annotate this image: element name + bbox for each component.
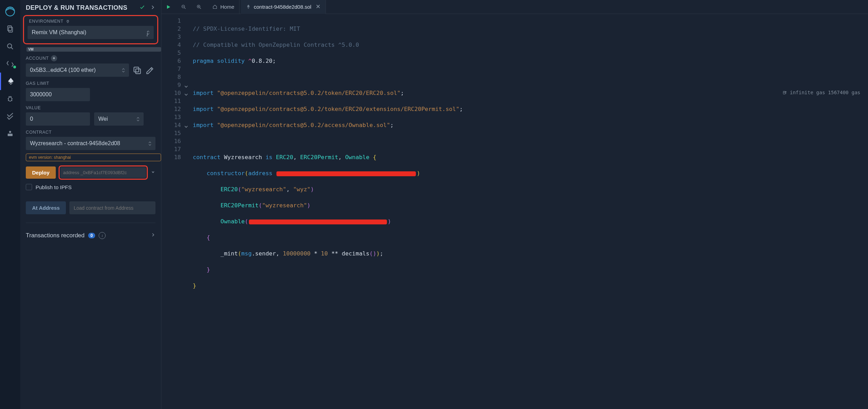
deploy-icon[interactable]: [0, 73, 20, 90]
expand-args-icon[interactable]: [151, 170, 155, 176]
editor-area: Home contract-9458de2d08.sol 1234 5678 9…: [161, 0, 868, 409]
editor-toolbar: Home contract-9458de2d08.sol: [161, 0, 868, 14]
gas-limit-label: GAS LIMIT: [26, 81, 155, 86]
account-label: ACCOUNT +: [26, 55, 155, 61]
svg-rect-7: [67, 21, 69, 22]
solidity-file-icon: [246, 4, 251, 9]
zoom-out-icon[interactable]: [177, 0, 191, 14]
svg-rect-2: [9, 27, 13, 32]
svg-rect-9: [136, 69, 140, 74]
value-amount-input[interactable]: 0: [26, 112, 90, 126]
unit-test-icon[interactable]: [0, 107, 20, 125]
left-icon-sidebar: [0, 0, 20, 409]
account-select[interactable]: 0x5B3...eddC4 (100 ether): [26, 64, 129, 77]
publish-ipfs-checkbox[interactable]: [26, 184, 32, 190]
gas-limit-input[interactable]: 3000000: [26, 88, 90, 101]
remix-logo-icon[interactable]: [0, 3, 20, 20]
environment-select[interactable]: Remix VM (Shanghai): [28, 26, 154, 39]
environment-label: ENVIRONMENT: [29, 19, 154, 24]
zoom-in-icon[interactable]: [192, 0, 206, 14]
divider: [26, 223, 155, 223]
svg-rect-6: [8, 134, 13, 136]
code-content: // SPDX-License-Identifier: MIT // Compa…: [190, 14, 868, 409]
gas-pump-icon: [782, 90, 787, 95]
constructor-args-input[interactable]: [60, 167, 146, 178]
copy-address-icon[interactable]: [132, 65, 142, 75]
code-editor[interactable]: 1234 5678 9 10 111213 14 15161718 // SPD…: [161, 14, 868, 409]
edit-account-icon[interactable]: [145, 65, 155, 75]
compiler-icon[interactable]: [0, 55, 20, 73]
plugin-icon[interactable]: [0, 125, 20, 142]
deploy-button[interactable]: Deploy: [26, 166, 56, 179]
panel-header: DEPLOY & RUN TRANSACTIONS: [20, 0, 161, 14]
publish-ipfs-label: Publish to IPFS: [36, 184, 71, 190]
panel-check-icon[interactable]: [139, 5, 145, 12]
svg-point-13: [785, 91, 786, 92]
constructor-args-highlight: [59, 165, 148, 180]
tx-count-badge: 0: [88, 233, 96, 238]
environment-section: ENVIRONMENT Remix VM (Shanghai): [23, 15, 158, 44]
close-tab-icon[interactable]: [315, 4, 321, 10]
home-tab[interactable]: Home: [207, 0, 239, 14]
svg-point-5: [9, 131, 11, 133]
panel-chevron-icon[interactable]: [150, 5, 155, 12]
contract-label: CONTRACT: [26, 130, 155, 135]
value-label: VALUE: [26, 105, 155, 110]
plug-icon: [66, 19, 70, 24]
redacted-text: [249, 220, 387, 224]
home-icon: [212, 4, 218, 9]
gas-estimate-note: infinite gas 1567400 gas: [782, 90, 860, 95]
file-explorer-icon[interactable]: [0, 20, 20, 38]
run-icon[interactable]: [161, 0, 175, 14]
tx-info-icon[interactable]: i: [99, 232, 106, 239]
add-account-button[interactable]: +: [51, 55, 57, 61]
redacted-text: [276, 171, 416, 176]
file-tab[interactable]: contract-9458de2d08.sol: [241, 0, 326, 14]
svg-rect-1: [8, 26, 12, 31]
at-address-button[interactable]: At Address: [26, 201, 66, 214]
svg-point-4: [8, 97, 12, 101]
transactions-recorded-row[interactable]: Transactions recorded 0 i: [20, 226, 161, 245]
panel-title: DEPLOY & RUN TRANSACTIONS: [26, 4, 127, 12]
deploy-panel: DEPLOY & RUN TRANSACTIONS ENVIRONMENT Re…: [20, 0, 161, 409]
search-icon[interactable]: [0, 38, 20, 55]
evm-version-badge: evm version: shanghai: [26, 154, 161, 161]
svg-rect-8: [134, 67, 139, 72]
line-gutter: 1234 5678 9 10 111213 14 15161718: [161, 14, 190, 409]
at-address-input[interactable]: [69, 201, 155, 214]
value-unit-select[interactable]: Wei: [94, 112, 144, 126]
vm-tag: VM: [26, 47, 161, 52]
info-icon[interactable]: i: [146, 31, 148, 38]
contract-select[interactable]: Wyzresearch - contract-9458de2d08: [26, 137, 155, 150]
svg-rect-12: [783, 91, 785, 94]
compile-success-dot: [13, 65, 17, 69]
svg-point-3: [8, 44, 12, 48]
debugger-icon[interactable]: [0, 90, 20, 107]
tx-expand-icon[interactable]: [151, 232, 155, 239]
